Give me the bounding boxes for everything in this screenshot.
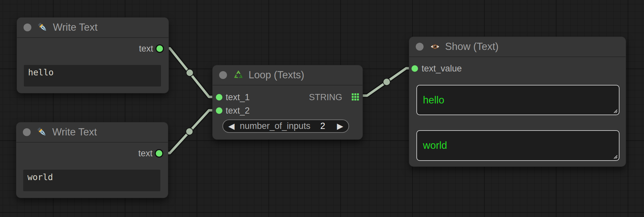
node-header[interactable]: Loop (Texts)	[213, 65, 362, 85]
input-slot-label: text_value	[422, 64, 462, 74]
eye-icon	[429, 41, 441, 52]
node-status-dot[interactable]	[23, 128, 31, 136]
wire-write1-text-to-loop-text1[interactable]	[160, 48, 219, 97]
output-slot-label: text	[138, 148, 153, 159]
pen-icon	[37, 22, 48, 33]
stepper-increment-arrow-icon[interactable]: ▶	[337, 122, 343, 130]
number-of-inputs-stepper[interactable]: ◀ number_of_inputs 2 ▶	[222, 119, 349, 133]
output-port-text[interactable]	[156, 45, 163, 52]
node-header[interactable]: Write Text	[16, 122, 168, 143]
node-status-dot[interactable]	[219, 71, 227, 79]
output-display-box-2[interactable]: world	[416, 130, 620, 161]
output-value-text: world	[423, 140, 447, 151]
input-slot-label: text_1	[226, 92, 250, 102]
node-header[interactable]: Write Text	[17, 18, 169, 38]
input-port-text2[interactable]	[216, 107, 222, 114]
wire-midpoint-dot	[383, 78, 390, 85]
node-title: Write Text	[52, 126, 97, 138]
node-title: Show (Text)	[445, 41, 499, 53]
node-write-text-1[interactable]: Write Text text hello	[17, 17, 169, 93]
recycle-icon	[233, 70, 244, 81]
node-loop-texts[interactable]: Loop (Texts) text_1 text_2 STRING ◀ numb…	[212, 65, 363, 140]
output-port-text[interactable]	[156, 150, 162, 157]
input-port-text-value[interactable]	[411, 65, 418, 72]
node-status-dot[interactable]	[24, 23, 31, 31]
output-slot-label: text	[139, 44, 153, 54]
stepper-value: 2	[320, 121, 325, 131]
wire-write2-text-to-loop-text2[interactable]	[160, 110, 219, 153]
node-title: Loop (Texts)	[249, 69, 304, 81]
wire-loop-string-to-show-textvalue[interactable]	[358, 68, 415, 96]
resize-handle-icon[interactable]	[612, 153, 618, 159]
node-status-dot[interactable]	[416, 43, 424, 51]
node-title: Write Text	[53, 22, 98, 33]
wire-midpoint-dot	[186, 128, 193, 135]
resize-handle-icon[interactable]	[612, 108, 618, 114]
node-header[interactable]: Show (Text)	[409, 37, 626, 57]
stepper-label: number_of_inputs	[240, 121, 320, 131]
output-display-box-1[interactable]: hello	[416, 85, 620, 115]
wire-midpoint-dot	[186, 69, 193, 76]
input-slot-label: text_2	[226, 106, 250, 116]
list-output-port-grid-icon[interactable]	[351, 93, 359, 101]
text-input[interactable]: world	[23, 170, 160, 191]
node-graph-canvas[interactable]: Write Text text hello Write Text text wo…	[0, 0, 644, 217]
node-show-text[interactable]: Show (Text) text_value hello world	[409, 37, 626, 167]
stepper-decrement-arrow-icon[interactable]: ◀	[228, 122, 234, 130]
output-value-text: hello	[423, 94, 444, 106]
input-port-text1[interactable]	[216, 94, 222, 101]
text-input[interactable]: hello	[24, 65, 161, 86]
node-write-text-2[interactable]: Write Text text world	[16, 122, 168, 198]
pen-icon	[37, 127, 48, 138]
output-type-label: STRING	[309, 92, 342, 102]
